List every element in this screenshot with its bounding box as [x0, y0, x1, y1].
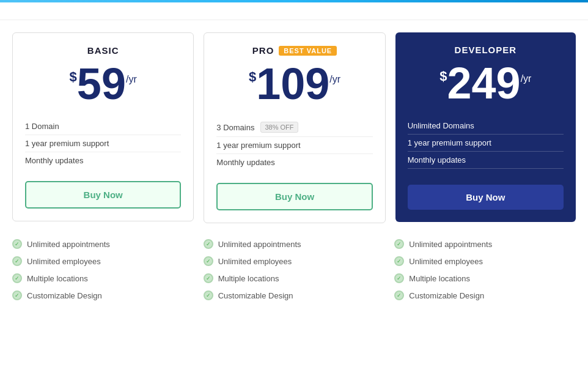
- plan-card-basic: BASIC$59/yr1 Domain1 year premium suppor…: [12, 32, 194, 221]
- feature-item: Unlimited Domains: [408, 117, 564, 135]
- list-item: ✓Unlimited appointments: [12, 235, 194, 253]
- feature-item: 3 Domains38% OFF: [216, 118, 372, 137]
- plan-title-basic: BASIC: [25, 45, 181, 56]
- price-period: /yr: [521, 73, 532, 84]
- price-area-developer: $249/yr: [408, 61, 564, 105]
- plan-features-developer: Unlimited Domains1 year premium supportM…: [408, 117, 564, 169]
- price-dollar: $: [439, 68, 447, 84]
- check-icon: ✓: [394, 273, 404, 283]
- buy-button-pro[interactable]: Buy Now: [216, 183, 372, 210]
- check-icon: ✓: [204, 273, 213, 283]
- list-item: ✓Multiple locations: [204, 270, 385, 287]
- list-item: ✓Multiple locations: [12, 270, 194, 287]
- check-icon: ✓: [12, 290, 22, 300]
- price-amount: 59: [77, 62, 126, 106]
- plans-container: BASIC$59/yr1 Domain1 year premium suppor…: [0, 20, 588, 229]
- feature-label: Unlimited employees: [218, 257, 292, 266]
- check-icon: ✓: [394, 256, 404, 266]
- plan-card-pro: PROBEST VALUE$109/yr3 Domains38% OFF1 ye…: [204, 32, 385, 223]
- check-icon: ✓: [12, 239, 22, 249]
- feature-item: 1 year premium support: [25, 135, 181, 152]
- feature-label: Customizable Design: [27, 291, 102, 300]
- plan-title-pro: PROBEST VALUE: [216, 45, 372, 56]
- price-dollar: $: [249, 69, 256, 85]
- list-item: ✓Customizable Design: [204, 287, 385, 304]
- best-value-badge: BEST VALUE: [279, 46, 337, 56]
- price-area-pro: $109/yr: [216, 62, 372, 106]
- plan-title-developer: DEVELOPER: [408, 45, 564, 55]
- price-area-basic: $59/yr: [25, 62, 181, 106]
- feature-item: 1 year premium support: [216, 137, 372, 154]
- feature-label: Customizable Design: [218, 291, 293, 300]
- feature-item: 1 year premium support: [408, 135, 564, 152]
- check-icon: ✓: [204, 290, 213, 300]
- check-icon: ✓: [394, 290, 404, 300]
- price-period: /yr: [126, 74, 137, 85]
- check-icon: ✓: [204, 239, 213, 249]
- check-icon: ✓: [394, 239, 404, 249]
- feature-label: Multiple locations: [27, 274, 88, 283]
- list-item: ✓Unlimited appointments: [394, 235, 576, 253]
- feature-label: Unlimited appointments: [218, 240, 301, 249]
- plan-card-developer: DEVELOPER$249/yrUnlimited Domains1 year …: [395, 32, 576, 222]
- check-icon: ✓: [12, 273, 22, 283]
- feature-label: Multiple locations: [218, 274, 279, 283]
- list-item: ✓Customizable Design: [394, 287, 576, 304]
- check-icon: ✓: [204, 256, 213, 266]
- off-badge: 38% OFF: [260, 122, 298, 133]
- feature-label: Unlimited employees: [27, 257, 101, 266]
- features-col-1: ✓Unlimited appointments✓Unlimited employ…: [204, 235, 385, 304]
- list-item: ✓Unlimited employees: [394, 253, 576, 270]
- plan-features-basic: 1 Domain1 year premium supportMonthly up…: [25, 118, 181, 169]
- list-item: ✓Customizable Design: [12, 287, 194, 304]
- feature-label: Unlimited employees: [409, 257, 483, 266]
- buy-button-basic[interactable]: Buy Now: [25, 181, 181, 209]
- feature-item: Monthly updates: [408, 152, 564, 169]
- feature-label: Unlimited appointments: [27, 240, 110, 249]
- feature-label: Unlimited appointments: [409, 240, 492, 249]
- price-period: /yr: [329, 74, 340, 85]
- feature-label: Customizable Design: [409, 291, 484, 300]
- list-item: ✓Unlimited employees: [204, 253, 385, 270]
- features-section: ✓Unlimited appointments✓Unlimited employ…: [0, 229, 588, 316]
- feature-label: Multiple locations: [409, 274, 470, 283]
- price-dollar: $: [70, 69, 77, 85]
- price-amount: 249: [447, 61, 520, 105]
- list-item: ✓Unlimited employees: [12, 253, 194, 270]
- plan-features-pro: 3 Domains38% OFF1 year premium supportMo…: [216, 118, 372, 171]
- list-item: ✓Unlimited appointments: [204, 235, 385, 253]
- feature-item: Monthly updates: [25, 152, 181, 169]
- features-col-2: ✓Unlimited appointments✓Unlimited employ…: [394, 235, 576, 304]
- feature-item: 1 Domain: [25, 118, 181, 135]
- list-item: ✓Multiple locations: [394, 270, 576, 287]
- feature-item: Monthly updates: [216, 154, 372, 171]
- check-icon: ✓: [12, 256, 22, 266]
- page-header: [0, 2, 588, 20]
- buy-button-developer[interactable]: Buy Now: [408, 185, 564, 210]
- price-amount: 109: [256, 62, 329, 106]
- features-col-0: ✓Unlimited appointments✓Unlimited employ…: [12, 235, 194, 304]
